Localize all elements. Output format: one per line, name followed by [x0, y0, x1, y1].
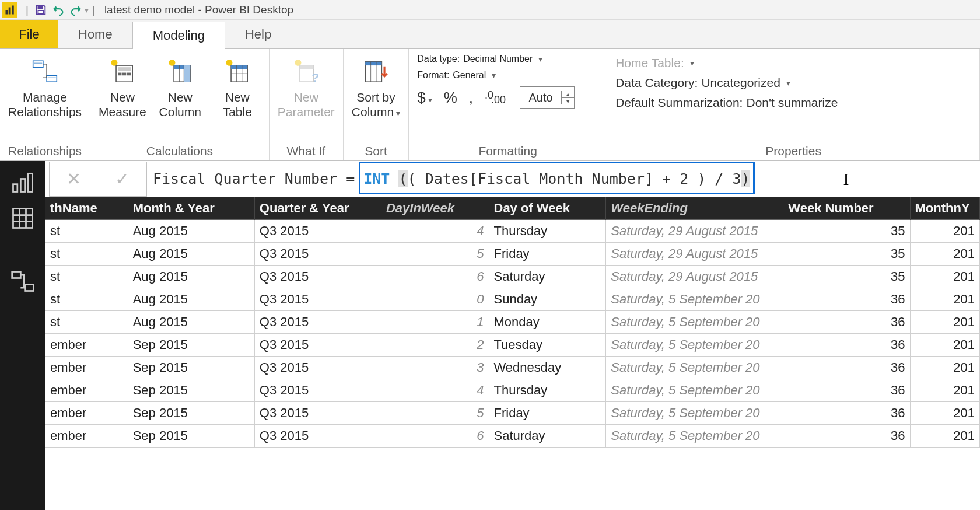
table-cell[interactable]: Q3 2015 [254, 266, 381, 288]
table-cell[interactable]: Q3 2015 [254, 379, 381, 402]
table-cell[interactable]: Friday [489, 402, 606, 425]
table-cell[interactable]: Tuesday [489, 334, 606, 357]
table-cell[interactable]: Sep 2015 [128, 402, 254, 425]
table-cell[interactable]: st [46, 288, 128, 311]
table-cell[interactable]: 201 [910, 357, 980, 379]
table-cell[interactable]: Thursday [489, 220, 606, 243]
table-cell[interactable]: Friday [489, 243, 606, 266]
table-row[interactable]: emberSep 2015Q3 20156SaturdaySaturday, 5… [46, 425, 980, 448]
table-cell[interactable]: ember [46, 425, 128, 448]
table-cell[interactable]: 5 [381, 243, 489, 266]
table-cell[interactable]: Saturday [489, 425, 606, 448]
table-cell[interactable]: ember [46, 402, 128, 425]
sort-by-column-button[interactable]: Sort by Column▾ [352, 54, 400, 119]
table-cell[interactable]: 36 [783, 379, 910, 402]
table-cell[interactable]: 35 [783, 220, 910, 243]
new-column-button[interactable]: New Column [157, 54, 204, 119]
format-dropdown[interactable]: Format: General ▾ [417, 70, 496, 81]
table-cell[interactable]: ember [46, 357, 128, 379]
table-row[interactable]: emberSep 2015Q3 20152TuesdaySaturday, 5 … [46, 334, 980, 357]
table-cell[interactable]: Sep 2015 [128, 334, 254, 357]
column-header[interactable]: Week Number [783, 197, 910, 220]
table-cell[interactable]: ember [46, 379, 128, 402]
table-cell[interactable]: 35 [783, 243, 910, 266]
commit-formula-icon[interactable]: ✓ [115, 169, 130, 189]
decimal-places-input[interactable]: Auto ▲▼ [520, 86, 575, 109]
table-cell[interactable]: 6 [381, 266, 489, 288]
table-row[interactable]: emberSep 2015Q3 20155FridaySaturday, 5 S… [46, 402, 980, 425]
cancel-formula-icon[interactable]: ✕ [66, 169, 81, 189]
data-type-dropdown[interactable]: Data type: Decimal Number ▾ [417, 54, 542, 64]
table-cell[interactable]: Wednesday [489, 357, 606, 379]
manage-relationships-button[interactable]: Manage Relationships [8, 54, 82, 119]
column-header[interactable]: MonthnY [910, 197, 980, 220]
tab-modeling[interactable]: Modeling [132, 22, 225, 49]
table-cell[interactable]: Saturday, 5 September 20 [606, 379, 783, 402]
table-row[interactable]: emberSep 2015Q3 20154ThursdaySaturday, 5… [46, 379, 980, 402]
table-cell[interactable]: Saturday, 5 September 20 [606, 402, 783, 425]
table-cell[interactable]: 0 [381, 288, 489, 311]
table-cell[interactable]: 5 [381, 402, 489, 425]
spin-up-icon[interactable]: ▲ [562, 91, 574, 98]
new-table-button[interactable]: New Table [214, 54, 261, 119]
table-cell[interactable]: 201 [910, 379, 980, 402]
data-grid[interactable]: thNameMonth & YearQuarter & YearDayInWee… [46, 197, 980, 510]
column-header[interactable]: DayInWeek [381, 197, 489, 220]
table-cell[interactable]: Q3 2015 [254, 334, 381, 357]
table-cell[interactable]: 201 [910, 311, 980, 334]
redo-button[interactable] [67, 0, 85, 20]
table-cell[interactable]: Saturday, 5 September 20 [606, 334, 783, 357]
table-cell[interactable]: Thursday [489, 379, 606, 402]
table-cell[interactable]: 36 [783, 334, 910, 357]
table-cell[interactable]: 201 [910, 243, 980, 266]
table-cell[interactable]: Q3 2015 [254, 311, 381, 334]
table-cell[interactable]: Q3 2015 [254, 425, 381, 448]
qat-customize-icon[interactable]: ▾ [85, 5, 89, 15]
table-row[interactable]: stAug 2015Q3 20150SundaySaturday, 5 Sept… [46, 288, 980, 311]
spin-down-icon[interactable]: ▼ [562, 98, 574, 104]
percent-button[interactable]: % [444, 89, 457, 107]
table-cell[interactable]: st [46, 311, 128, 334]
data-view-button[interactable] [10, 205, 36, 233]
table-cell[interactable]: Q3 2015 [254, 357, 381, 379]
table-cell[interactable]: Aug 2015 [128, 266, 254, 288]
table-cell[interactable]: 36 [783, 288, 910, 311]
table-row[interactable]: emberSep 2015Q3 20153WednesdaySaturday, … [46, 357, 980, 379]
column-header[interactable]: Quarter & Year [254, 197, 381, 220]
table-cell[interactable]: 36 [783, 311, 910, 334]
table-cell[interactable]: st [46, 220, 128, 243]
table-cell[interactable]: Sep 2015 [128, 357, 254, 379]
table-cell[interactable]: Q3 2015 [254, 288, 381, 311]
table-cell[interactable]: Aug 2015 [128, 311, 254, 334]
table-cell[interactable]: 4 [381, 220, 489, 243]
report-view-button[interactable] [10, 169, 36, 197]
table-row[interactable]: stAug 2015Q3 20154ThursdaySaturday, 29 A… [46, 220, 980, 243]
currency-button[interactable]: $▾ [417, 89, 432, 107]
table-cell[interactable]: 36 [783, 402, 910, 425]
table-row[interactable]: stAug 2015Q3 20156SaturdaySaturday, 29 A… [46, 266, 980, 288]
home-table-dropdown[interactable]: Home Table: ▾ [615, 56, 971, 70]
table-row[interactable]: stAug 2015Q3 20155FridaySaturday, 29 Aug… [46, 243, 980, 266]
formula-input[interactable]: Fiscal Quarter Number = INT ( ( Dates[Fi… [147, 162, 980, 197]
table-cell[interactable]: Saturday [489, 266, 606, 288]
thousands-button[interactable]: , [469, 89, 473, 107]
column-header[interactable]: thName [46, 197, 128, 220]
column-header[interactable]: Day of Week [489, 197, 606, 220]
table-cell[interactable]: Q3 2015 [254, 220, 381, 243]
table-cell[interactable]: 201 [910, 266, 980, 288]
data-category-dropdown[interactable]: Data Category: Uncategorized ▾ [615, 76, 971, 90]
column-header[interactable]: Month & Year [128, 197, 254, 220]
table-cell[interactable]: 4 [381, 379, 489, 402]
table-cell[interactable]: 35 [783, 266, 910, 288]
table-cell[interactable]: Aug 2015 [128, 288, 254, 311]
tab-file[interactable]: File [0, 20, 58, 48]
table-cell[interactable]: 201 [910, 288, 980, 311]
table-cell[interactable]: 36 [783, 357, 910, 379]
table-cell[interactable]: 36 [783, 425, 910, 448]
default-summarization-dropdown[interactable]: Default Summarization: Don't summarize [615, 96, 971, 110]
new-measure-button[interactable]: New Measure [99, 54, 146, 119]
table-row[interactable]: stAug 2015Q3 20151MondaySaturday, 5 Sept… [46, 311, 980, 334]
table-cell[interactable]: Saturday, 29 August 2015 [606, 243, 783, 266]
table-cell[interactable]: 3 [381, 357, 489, 379]
save-button[interactable] [32, 0, 50, 20]
